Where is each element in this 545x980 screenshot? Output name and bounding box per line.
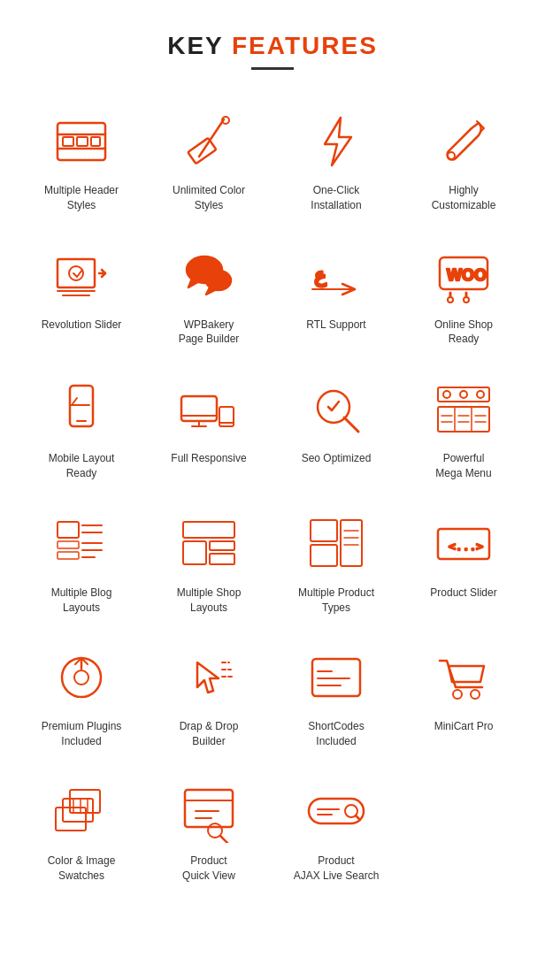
multiple-shop-layouts-label: Multiple Shop Layouts <box>177 586 242 616</box>
feature-item-highly-customizable: Highly Customizable <box>400 95 527 229</box>
svg-rect-58 <box>210 541 234 550</box>
svg-rect-62 <box>341 520 362 566</box>
feature-item-premium-plugins-included: Premium Plugins Included <box>18 631 145 765</box>
one-click-installation-icon <box>305 111 367 172</box>
shortcodes-included-icon <box>305 647 367 708</box>
premium-plugins-included-icon <box>50 647 112 708</box>
full-responsive-label: Full Responsive <box>171 451 246 466</box>
svg-rect-92 <box>309 799 364 823</box>
feature-item-multiple-product-types: Multiple Product Types <box>272 497 400 632</box>
svg-text:<...>: <...> <box>449 540 483 553</box>
rtl-support-label: RTL Support <box>306 318 365 333</box>
svg-point-38 <box>477 391 484 398</box>
svg-rect-48 <box>58 522 79 538</box>
multiple-blog-layouts-icon <box>50 513 112 575</box>
highly-customizable-label: Highly Customizable <box>432 183 496 213</box>
mobile-layout-ready-icon <box>50 379 112 440</box>
rtl-support-icon: ع <box>305 245 367 307</box>
multiple-product-types-label: Multiple Product Types <box>298 586 374 616</box>
feature-item-minicart-pro: MiniCart Pro <box>400 631 527 765</box>
svg-point-69 <box>74 670 88 685</box>
minicart-pro-label: MiniCart Pro <box>434 719 494 734</box>
wpbakery-page-builder-icon <box>178 245 240 307</box>
product-quick-view-label: Product Quick View <box>182 854 235 884</box>
feature-item-multiple-shop-layouts: Multiple Shop Layouts <box>145 497 272 632</box>
svg-point-36 <box>443 391 450 398</box>
features-grid: Multiple Header Styles Unlimited Color S… <box>0 86 545 917</box>
header-features: FEATURES <box>232 32 378 59</box>
product-slider-label: Product Slider <box>430 586 496 601</box>
seo-optimized-icon <box>305 379 367 440</box>
svg-rect-81 <box>63 799 93 822</box>
svg-point-21 <box>448 297 453 302</box>
svg-rect-61 <box>311 545 337 566</box>
svg-line-96 <box>356 815 360 820</box>
color-image-swatches-icon <box>50 781 112 843</box>
feature-item-color-image-swatches: Color & Image Swatches <box>18 765 145 900</box>
multiple-shop-layouts-icon <box>178 513 240 575</box>
product-slider-icon: <...> <box>433 513 495 575</box>
feature-item-revolution-slider: Revolution Slider <box>18 229 145 364</box>
svg-rect-57 <box>183 541 206 564</box>
one-click-installation-label: One-Click Installation <box>311 183 361 213</box>
feature-item-online-shop-ready: WOO Online Shop Ready <box>400 229 527 364</box>
powerful-mega-menu-icon <box>433 379 495 440</box>
svg-rect-27 <box>181 396 217 421</box>
feature-item-shortcodes-included: ShortCodes Included <box>272 631 400 765</box>
svg-point-78 <box>453 690 462 699</box>
unlimited-color-styles-icon <box>178 111 240 172</box>
product-ajax-live-search-label: Product AJAX Live Search <box>294 854 380 884</box>
svg-point-37 <box>460 391 467 398</box>
revolution-slider-icon <box>50 245 112 307</box>
feature-item-wpbakery-page-builder: WPBakery Page Builder <box>145 229 272 364</box>
svg-rect-4 <box>77 137 88 146</box>
feature-item-product-quick-view: Product Quick View <box>145 765 272 900</box>
svg-rect-49 <box>58 541 79 548</box>
header-key: KEY <box>167 32 223 59</box>
unlimited-color-styles-label: Unlimited Color Styles <box>173 183 245 213</box>
feature-item-rtl-support: ع RTL Support <box>272 229 400 364</box>
svg-rect-5 <box>91 137 100 146</box>
svg-rect-39 <box>438 407 489 432</box>
highly-customizable-icon <box>433 111 495 172</box>
feature-item-one-click-installation: One-Click Installation <box>272 95 400 229</box>
multiple-product-types-icon <box>305 513 367 575</box>
svg-line-91 <box>220 836 227 843</box>
multiple-header-styles-label: Multiple Header Styles <box>44 183 119 213</box>
svg-rect-86 <box>185 790 233 827</box>
svg-rect-50 <box>58 552 79 559</box>
svg-point-9 <box>448 152 455 159</box>
svg-point-79 <box>471 690 480 699</box>
powerful-mega-menu-label: Powerful Mega Menu <box>435 451 491 481</box>
feature-item-multiple-header-styles: Multiple Header Styles <box>18 95 145 229</box>
svg-line-6 <box>199 119 224 157</box>
feature-item-product-ajax-live-search: Product AJAX Live Search <box>272 765 400 900</box>
svg-rect-3 <box>63 137 73 146</box>
seo-optimized-label: Seo Optimized <box>302 451 372 466</box>
svg-rect-10 <box>58 259 95 287</box>
svg-text:ع: ع <box>314 264 326 287</box>
svg-rect-60 <box>311 520 337 541</box>
product-ajax-live-search-icon <box>305 781 367 843</box>
color-image-swatches-label: Color & Image Swatches <box>48 854 116 884</box>
svg-point-23 <box>464 297 469 302</box>
svg-text:WOO: WOO <box>447 266 487 284</box>
feature-item-multiple-blog-layouts: Multiple Blog Layouts <box>18 497 145 632</box>
feature-item-mobile-layout-ready: Mobile Layout Ready <box>18 363 145 497</box>
feature-item-powerful-mega-menu: Powerful Mega Menu <box>400 363 527 497</box>
feature-item-seo-optimized: Seo Optimized <box>272 363 400 497</box>
feature-item-product-slider: <...> Product Slider <box>400 497 527 632</box>
wpbakery-page-builder-label: WPBakery Page Builder <box>179 318 240 348</box>
full-responsive-icon <box>178 379 240 440</box>
online-shop-ready-icon: WOO <box>433 245 495 307</box>
multiple-blog-layouts-label: Multiple Blog Layouts <box>51 586 112 616</box>
page-header: KEY FEATURES <box>0 0 545 86</box>
feature-item-full-responsive: Full Responsive <box>145 363 272 497</box>
svg-rect-0 <box>58 123 105 160</box>
drag-drop-builder-icon <box>178 647 240 708</box>
feature-item-unlimited-color-styles: Unlimited Color Styles <box>145 95 272 229</box>
multiple-header-styles-icon <box>50 111 112 172</box>
mobile-layout-ready-label: Mobile Layout Ready <box>49 451 115 481</box>
svg-rect-59 <box>210 554 234 564</box>
shortcodes-included-label: ShortCodes Included <box>308 719 364 749</box>
